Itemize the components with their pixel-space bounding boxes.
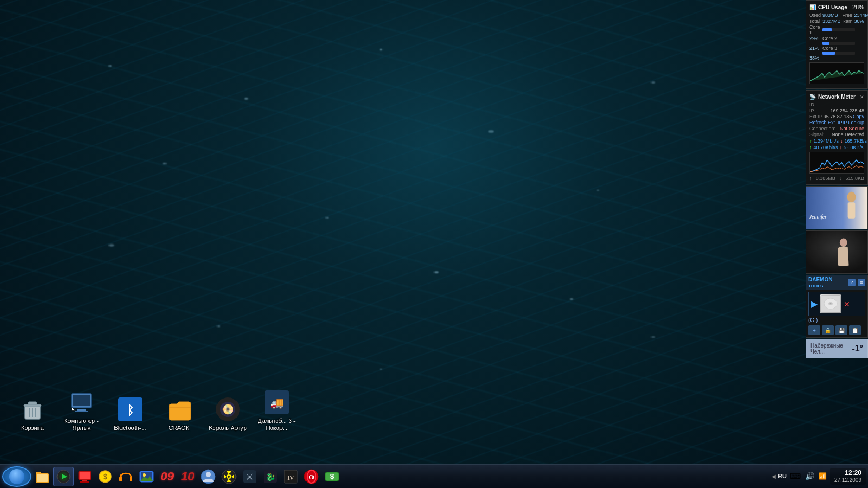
svg-rect-26 <box>806 231 867 274</box>
net-extip-row: Ext.IP 95.78.87.135 Copy <box>809 114 864 119</box>
sparkle <box>651 81 655 84</box>
net-signal-label: Signal: <box>809 132 825 137</box>
network-close[interactable]: ✕ <box>860 94 864 100</box>
taskbar-audio-btn[interactable] <box>116 467 136 486</box>
daemon-add-btn[interactable]: + <box>808 325 820 335</box>
tray-date: 27.12.2009 <box>834 477 861 484</box>
tray-network-icon[interactable]: 📶 <box>818 471 828 481</box>
taskbar-num10-btn[interactable]: 10 <box>178 467 197 486</box>
svg-rect-45 <box>130 477 132 481</box>
cpu-core1-bar <box>822 28 855 31</box>
net-speed-up: ↑ 1.294Mbit/s ↓ 165.7KB/s <box>809 138 864 144</box>
svg-rect-21 <box>810 152 864 173</box>
tray-language-indicator[interactable]: RU <box>778 473 787 479</box>
taskbar-radiation-btn[interactable] <box>219 467 239 486</box>
photo-widget-jennifer[interactable]: Jennifer <box>806 186 868 229</box>
svg-text:🚚: 🚚 <box>270 396 284 409</box>
cpu-core1-label: Core 1 <box>809 24 821 35</box>
crack-folder-icon[interactable]: CRACK <box>157 394 201 434</box>
daemon-eject-btn[interactable]: ✕ <box>844 300 850 309</box>
taskbar-explorer-btn[interactable] <box>33 467 52 486</box>
svg-text:⚔: ⚔ <box>246 472 253 481</box>
network-title: Network Meter <box>818 94 858 100</box>
net-extip-label: Ext.IP <box>809 114 822 119</box>
net-totals: ↑ 8.385MB ↓ 515.8KB <box>809 176 864 181</box>
taskbar-num10-label: 10 <box>181 471 194 483</box>
taskbar-photo-btn[interactable] <box>137 467 156 486</box>
bluetooth-icon[interactable]: ᛒ Bluetooth-... <box>108 394 152 434</box>
photo-widget-dark[interactable] <box>806 230 868 274</box>
computer-shortcut-icon[interactable]: Компьютер - Ярлык <box>60 387 103 434</box>
sparkle <box>597 190 599 191</box>
tray-time: 12:20 <box>834 469 861 477</box>
sparkle <box>244 98 248 100</box>
daemon-tools-header: DAEMONTOOLS ? ≡ <box>806 275 867 290</box>
taskbar-num09-btn[interactable]: 09 <box>157 467 177 486</box>
taskbar-game1-btn[interactable]: ⚔ <box>240 467 259 486</box>
daemon-save-btn[interactable]: 💾 <box>835 325 847 335</box>
net-up-arrow2: ↑ <box>809 145 812 150</box>
svg-rect-22 <box>806 187 867 229</box>
taskbar-game2-btn[interactable]: 🐉 <box>260 467 280 486</box>
computer-image <box>68 389 94 415</box>
cpu-core2-pct: 21% <box>809 46 821 51</box>
korol-artur-image: 📀 <box>215 396 241 422</box>
svg-text:🐉: 🐉 <box>266 473 276 482</box>
cpu-graph <box>809 62 864 84</box>
daemon-copy-btn[interactable]: 📋 <box>849 325 861 335</box>
sparkle <box>434 271 439 273</box>
cpu-total-label: Total <box>809 18 821 24</box>
taskbar-avatar-btn[interactable] <box>199 467 218 486</box>
taskbar-gold-btn[interactable]: $ <box>95 467 115 486</box>
start-orb <box>9 469 24 484</box>
network-widget-header: 📡 Network Meter ✕ <box>809 94 864 100</box>
recycle-bin-image <box>20 396 46 422</box>
dalnoboy-label: Дальноб... 3 - Покор... <box>257 418 296 432</box>
tray-volume-icon[interactable]: 🔊 <box>804 471 815 481</box>
net-connection-row: Connection: Not Secure <box>809 126 864 131</box>
net-refresh-row: Refresh Ext. IP IP Lookup <box>809 120 864 125</box>
taskbar-opera-btn[interactable]: O <box>302 467 321 486</box>
daemon-rss-btn[interactable]: ≡ <box>858 279 865 286</box>
cpu-ram-val: 30% <box>854 18 868 24</box>
net-lookup-link[interactable]: IP Lookup <box>843 120 864 125</box>
daemon-help-btn[interactable]: ? <box>848 279 856 286</box>
cpu-core1-fill <box>822 28 832 31</box>
weather-temperature: -1° <box>852 344 863 354</box>
tray-expand-btn[interactable]: ◀ <box>771 473 776 479</box>
cpu-stats: Used 983MB Free 2344MB Total 3327MB Ram … <box>809 12 864 61</box>
net-ip-row: IP 169.254.235.48 <box>809 108 864 113</box>
system-clock[interactable]: 12:20 27.12.2009 <box>830 468 866 484</box>
svg-point-17 <box>226 407 230 412</box>
cpu-icon: 📊 <box>809 4 816 10</box>
taskbar-mediaplayer-btn[interactable] <box>53 467 74 486</box>
korol-artur-label: Король Артур <box>209 425 247 432</box>
tray-keyboard-icon[interactable]: ⌨ <box>789 471 802 481</box>
svg-rect-7 <box>73 395 90 406</box>
taskbar: $ 09 10 <box>0 464 868 488</box>
dalnoboy-icon[interactable]: 🚚 Дальноб... 3 - Покор... <box>255 387 298 434</box>
weather-city: Набережные Чел... <box>810 343 852 355</box>
net-ip-label: IP <box>809 108 814 113</box>
taskbar-money-btn[interactable]: $ <box>322 467 342 486</box>
cpu-widget-header: 📊 CPU Usage 28% <box>809 4 864 10</box>
svg-text:Jennifer: Jennifer <box>809 214 827 220</box>
sidebar-widgets: 📊 CPU Usage 28% Used 983MB Free 2344MB T… <box>806 0 868 358</box>
net-down-arrow2: ↓ <box>840 145 843 150</box>
cpu-free-val: 2344MB <box>854 12 868 18</box>
net-copy-link[interactable]: Copy <box>853 114 864 119</box>
net-refresh-link[interactable]: Refresh Ext. IP <box>809 120 843 125</box>
start-button[interactable] <box>2 466 31 487</box>
svg-rect-39 <box>80 472 90 479</box>
svg-point-23 <box>847 192 856 203</box>
daemon-tools-logo: DAEMONTOOLS <box>808 277 832 288</box>
taskbar-game3-btn[interactable]: IV <box>281 467 301 486</box>
daemon-lock-btn[interactable]: 🔒 <box>822 325 834 335</box>
net-recv-total: 515.8KB <box>845 176 864 181</box>
korol-artur-icon[interactable]: 📀 Король Артур <box>206 394 250 434</box>
desktop-icons: Корзина Компьютер - Ярлык <box>11 387 298 434</box>
taskbar-monitor-btn[interactable] <box>75 467 94 486</box>
recycle-bin-icon[interactable]: Корзина <box>11 394 54 434</box>
svg-rect-8 <box>77 409 86 411</box>
sparkle <box>380 369 382 370</box>
